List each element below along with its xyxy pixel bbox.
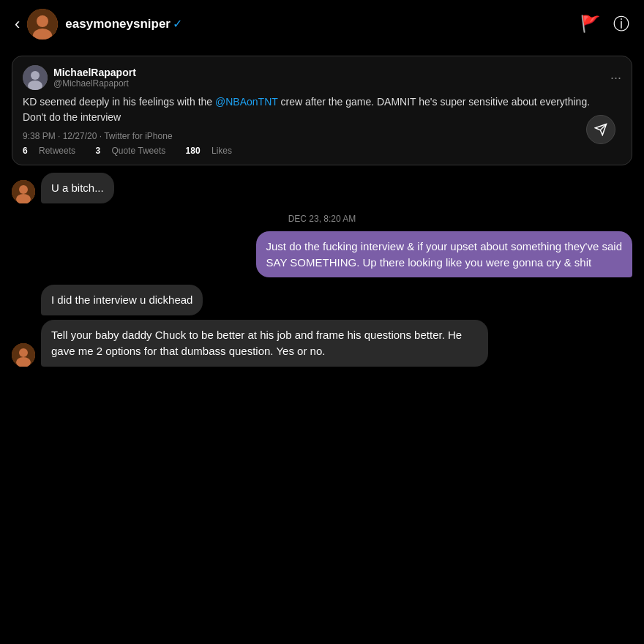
flag-icon[interactable]: 🚩 [580, 15, 600, 34]
bubble-msg2: Just do the fucking interview & if your … [256, 231, 632, 278]
msg2-text: Just do the fucking interview & if your … [266, 240, 622, 269]
tweet-text-part2: crew after the game. DAMNIT he's super s… [278, 96, 591, 108]
bubble-msg4: Tell your baby daddy Chuck to be better … [41, 320, 488, 367]
timestamp-1: DEC 23, 8:20 AM [12, 214, 632, 224]
svg-point-4 [31, 71, 40, 80]
svg-point-1 [37, 15, 48, 27]
quote-tweet-count: 3 Quote Tweets [95, 146, 174, 156]
username-label: easymoneysniper [65, 17, 171, 31]
tweet-author-name: MichaelRapaport [53, 67, 136, 78]
tweet-author-handle: @MichaelRapaport [53, 78, 136, 89]
tweet-stats: 6 Retweets 3 Quote Tweets 180 Likes [23, 146, 621, 156]
tweet-card: MichaelRapaport @MichaelRapaport ··· KD … [12, 56, 632, 165]
message-row-1: U a bitch... [12, 173, 632, 203]
header-icons: 🚩 ⓘ [580, 13, 629, 35]
header: ‹ easymoneysniper✓ 🚩 ⓘ [0, 0, 644, 48]
msg1-text: U a bitch... [51, 181, 104, 194]
bubble-msg1: U a bitch... [41, 173, 114, 203]
avatar [27, 9, 58, 40]
retweet-count: 6 Retweets [23, 146, 84, 156]
likes-count: 180 Likes [186, 146, 241, 156]
chat-area: MichaelRapaport @MichaelRapaport ··· KD … [0, 48, 644, 644]
svg-point-10 [19, 348, 28, 357]
send-float-button[interactable] [586, 115, 615, 144]
sender-avatar-4 [12, 343, 35, 367]
tweet-author-info: MichaelRapaport @MichaelRapaport [53, 67, 136, 89]
message-row-2: Just do the fucking interview & if your … [12, 231, 632, 278]
sender-avatar-1 [12, 180, 35, 203]
message-row-4: Tell your baby daddy Chuck to be better … [12, 320, 632, 367]
send-icon [594, 123, 607, 136]
msg3-text: I did the interview u dickhead [51, 293, 192, 306]
username-area: easymoneysniper✓ [65, 17, 182, 31]
tweet-mention[interactable]: @NBAonTNT [215, 96, 278, 108]
svg-point-7 [19, 185, 28, 194]
tweet-avatar [23, 65, 48, 90]
tweet-card-header: MichaelRapaport @MichaelRapaport ··· [23, 65, 621, 90]
bubble-msg3: I did the interview u dickhead [41, 285, 203, 315]
message-row-3: I did the interview u dickhead [12, 285, 632, 315]
tweet-meta: 9:38 PM · 12/27/20 · Twitter for iPhone [23, 131, 621, 141]
tweet-text-part1: KD seemed deeply in his feelings with th… [23, 96, 215, 108]
verified-icon: ✓ [173, 18, 182, 30]
tweet-body: KD seemed deeply in his feelings with th… [23, 94, 621, 125]
header-left: ‹ easymoneysniper✓ [15, 9, 182, 40]
info-icon[interactable]: ⓘ [613, 13, 629, 35]
tweet-more-icon[interactable]: ··· [610, 70, 621, 86]
tweet-text-part3: Don't do the interview [23, 111, 121, 123]
msg4-text: Tell your baby daddy Chuck to be better … [51, 329, 462, 357]
back-button[interactable]: ‹ [15, 15, 20, 34]
